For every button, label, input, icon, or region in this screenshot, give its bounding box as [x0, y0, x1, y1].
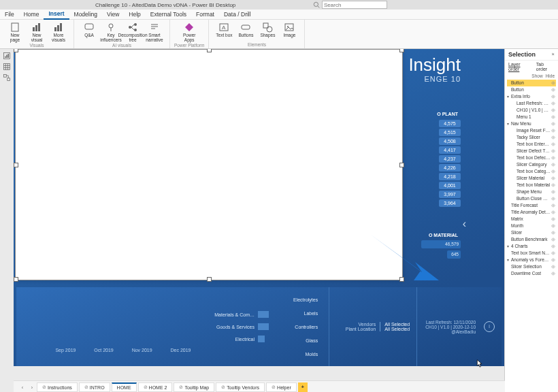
layer-item[interactable]: ▾Anomaly vs Forecast	[507, 257, 556, 263]
model-view-icon[interactable]	[3, 74, 11, 82]
material-row[interactable]: 645	[417, 250, 461, 260]
layer-item[interactable]: CH10 | V1.0 | 2020-1…	[507, 107, 556, 114]
chevron-left-icon[interactable]: ‹	[463, 218, 466, 230]
buttons-button[interactable]: Buttons	[235, 21, 257, 38]
image-button[interactable]: Image	[278, 21, 300, 38]
search-input[interactable]	[322, 1, 387, 9]
report-canvas[interactable]: Insight ENGE 10 O PLANT 4,5754,5154,5084…	[14, 49, 504, 392]
category-label[interactable]: Glass	[293, 338, 318, 343]
page-tab[interactable]: ⊘Tooltip Map	[174, 382, 214, 392]
page-tab[interactable]: ⊘Helper	[266, 382, 297, 392]
add-page-button[interactable]: +	[298, 382, 308, 392]
layer-item[interactable]: Title Forecast	[507, 202, 556, 209]
layer-item[interactable]: Button	[507, 80, 556, 86]
layer-item[interactable]: ▾4 Charts	[507, 243, 556, 250]
resize-handle[interactable]	[14, 163, 18, 167]
page-tab[interactable]: ⊘HOME 2	[138, 382, 173, 392]
more-visuals-button[interactable]: More visuals	[48, 21, 69, 43]
visibility-icon[interactable]	[551, 237, 556, 242]
category-label[interactable]: Controllers	[293, 325, 318, 329]
visibility-icon[interactable]	[551, 169, 556, 174]
material-row[interactable]: 46,579	[417, 240, 461, 250]
layer-item[interactable]: Text box Defect T…	[507, 154, 556, 161]
ribbon-tab[interactable]: Format	[191, 10, 219, 19]
resize-handle[interactable]	[14, 277, 18, 282]
visibility-icon[interactable]	[551, 142, 556, 147]
material-card[interactable]: O MATERIAL 46,579645	[417, 233, 461, 261]
plant-row[interactable]: 4,575	[417, 119, 461, 127]
visibility-icon[interactable]	[551, 203, 556, 208]
category-label[interactable]: Molds	[293, 352, 318, 357]
smart-narrative-button[interactable]: Smart narrative	[144, 21, 165, 43]
show-all-button[interactable]: Show	[531, 74, 542, 78]
ribbon-tab[interactable]: Home	[19, 10, 44, 19]
power-apps-button[interactable]: Power Apps	[178, 21, 200, 43]
plant-row[interactable]: 4,417	[417, 146, 461, 154]
resize-handle[interactable]	[14, 49, 18, 52]
resize-handle[interactable]	[399, 277, 404, 282]
layer-item[interactable]: Month	[507, 223, 556, 229]
ribbon-tab[interactable]: Modeling	[69, 10, 103, 19]
resize-handle[interactable]	[207, 49, 212, 52]
category-label[interactable]: Labels	[293, 311, 318, 316]
visibility-icon[interactable]	[551, 257, 556, 263]
selected-shape[interactable]	[15, 49, 403, 280]
close-icon[interactable]: ×	[552, 51, 555, 58]
resize-handle[interactable]	[207, 277, 212, 282]
category-list[interactable]: ElectrolytesLabelsControllersGlassMolds	[282, 287, 329, 366]
bar-chart[interactable]: Materials & Com…Goods & ServicesElectric…	[200, 287, 282, 366]
layer-item[interactable]: Slicer	[507, 229, 556, 236]
plant-row[interactable]: 4,218	[417, 172, 461, 180]
category-label[interactable]: Electrolytes	[293, 297, 318, 302]
layer-item[interactable]: Slicer Selection	[507, 263, 556, 270]
ribbon-tab[interactable]: File	[0, 10, 19, 19]
layer-order-tab[interactable]: Layer order	[508, 62, 531, 71]
visibility-icon[interactable]	[551, 250, 556, 256]
layer-item[interactable]: Text box Material	[507, 182, 556, 189]
page-tab[interactable]: ⊘Instructions	[37, 382, 78, 392]
resize-handle[interactable]	[399, 49, 404, 52]
plant-row[interactable]: 4,508	[417, 137, 461, 145]
visibility-icon[interactable]	[551, 148, 556, 154]
plant-row[interactable]: 4,226	[417, 163, 461, 172]
ribbon-tab[interactable]: Data / Drill	[219, 10, 256, 19]
layer-item[interactable]: Slicer Category	[507, 161, 556, 168]
visibility-icon[interactable]	[551, 176, 556, 181]
layer-item[interactable]: Matrix	[507, 216, 556, 223]
ribbon-tab[interactable]: Insert	[44, 9, 69, 20]
prev-page-icon[interactable]: ‹	[18, 385, 27, 390]
layer-item[interactable]: Image Reset Filters	[507, 127, 556, 134]
plant-row[interactable]: 4,515	[417, 128, 461, 136]
visibility-icon[interactable]	[551, 216, 556, 222]
layer-item[interactable]: Shape Menu	[507, 189, 556, 195]
resize-handle[interactable]	[399, 163, 404, 167]
visibility-icon[interactable]	[551, 189, 556, 195]
timeline-axis[interactable]: Sep 2019Oct 2019Nov 2019Dec 2019	[46, 287, 200, 366]
qa-button[interactable]: Q&A	[78, 21, 100, 43]
new-visual-button[interactable]: New visual	[26, 21, 48, 43]
plant-row[interactable]: 4,237	[417, 154, 461, 163]
visibility-icon[interactable]	[551, 94, 556, 99]
layer-item[interactable]: Title Anomaly Detecti…	[507, 209, 556, 216]
visibility-icon[interactable]	[551, 121, 556, 127]
layer-item[interactable]: Slicer Defect Type	[507, 148, 556, 154]
layer-item[interactable]: Tacky Slicer	[507, 134, 556, 141]
layer-item[interactable]: Text box Category	[507, 168, 556, 175]
bar-row[interactable]: Goods & Services	[200, 321, 269, 333]
visibility-icon[interactable]	[551, 162, 556, 167]
visibility-icon[interactable]	[551, 271, 556, 276]
visibility-icon[interactable]	[551, 108, 556, 113]
visibility-icon[interactable]	[551, 114, 556, 120]
tab-order-tab[interactable]: Tab order	[536, 62, 555, 71]
bar-row[interactable]: Electrical	[200, 333, 269, 345]
next-page-icon[interactable]: ›	[27, 385, 37, 390]
layer-item[interactable]: ▾Extra Info	[507, 93, 556, 100]
visibility-icon[interactable]	[551, 196, 556, 201]
data-view-icon[interactable]	[3, 63, 11, 71]
new-page-button[interactable]: New page	[4, 21, 26, 43]
layer-item[interactable]: Downtime Cost	[507, 270, 556, 277]
visibility-icon[interactable]	[551, 87, 556, 93]
visibility-icon[interactable]	[551, 223, 556, 229]
ribbon-tab[interactable]: External Tools	[146, 10, 191, 19]
layer-item[interactable]: Button	[507, 86, 556, 93]
